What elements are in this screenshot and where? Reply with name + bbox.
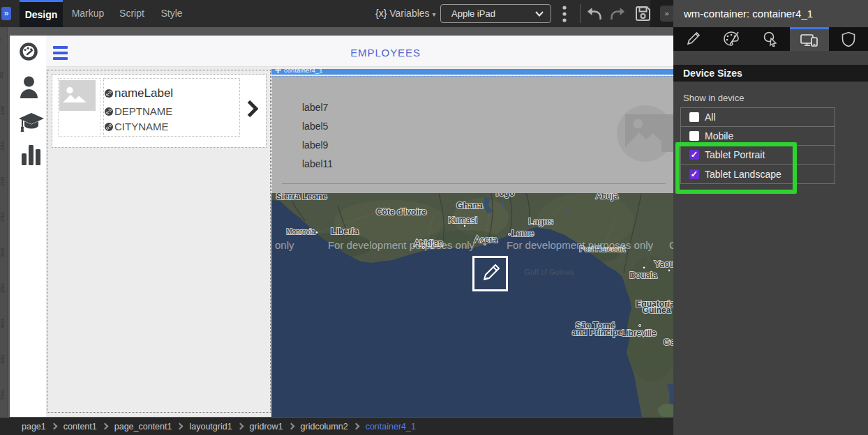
svg-text:Abuja: Abuja — [596, 193, 618, 201]
svg-text:Ghana: Ghana — [456, 201, 483, 211]
svg-text:and Príncipe: and Príncipe — [572, 328, 622, 337]
svg-text:Liberia: Liberia — [331, 227, 359, 236]
svg-text:Lagos: Lagos — [528, 216, 553, 227]
svg-text:only: only — [275, 239, 294, 251]
svg-text:Kumasi: Kumasi — [448, 215, 477, 225]
svg-text:Côte d'Ivoire: Côte d'Ivoire — [376, 207, 427, 217]
svg-text:For development purposes only: For development purposes only — [507, 239, 654, 251]
svg-text:Libreville: Libreville — [622, 328, 656, 338]
svg-text:Togo: Togo — [495, 193, 514, 198]
svg-text:Yaou: Yaou — [654, 259, 673, 269]
svg-text:Douala: Douala — [629, 270, 657, 280]
svg-text:Monrovia: Monrovia — [286, 228, 315, 236]
svg-text:Ga: Ga — [664, 337, 673, 347]
svg-text:Lome: Lome — [511, 228, 534, 238]
svg-text:For development purposes only: For development purposes only — [328, 239, 475, 251]
svg-text:Guinea: Guinea — [643, 305, 671, 315]
svg-text:Sierra Leone: Sierra Leone — [276, 193, 327, 201]
svg-text:Gulf of Guinea: Gulf of Guinea — [525, 268, 575, 276]
